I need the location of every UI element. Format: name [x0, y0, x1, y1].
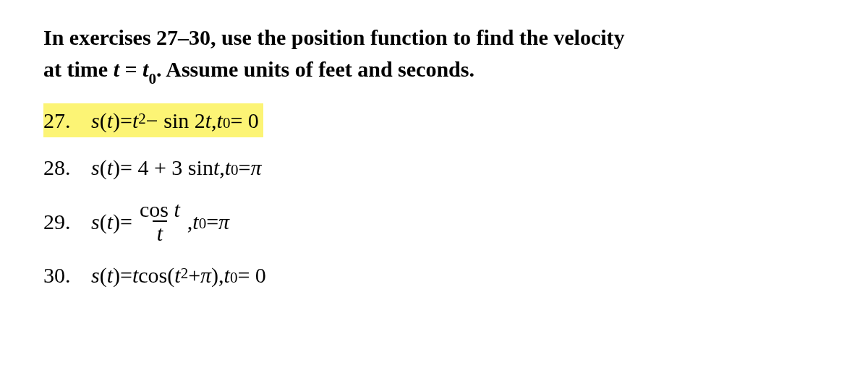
eq: =	[120, 259, 132, 291]
exercise-27-highlight: 27. s(t) = t2 − sin 2t , t0 = 0	[43, 103, 263, 138]
fn-s: s	[91, 152, 100, 184]
cos-var: t	[174, 197, 179, 221]
t0-sub: 0	[199, 212, 207, 234]
exercise-28-math: s(t) = 4 + 3 sin t , t0 = π	[91, 152, 262, 184]
eq2: =	[206, 206, 218, 238]
plus: +	[188, 259, 200, 291]
instructions-line-2: at time t = t0. Assume units of feet and…	[43, 53, 868, 87]
close-comma: ),	[211, 259, 224, 291]
t0-t: t	[217, 105, 223, 137]
var-t2: t	[213, 152, 219, 184]
var-t: t	[107, 152, 113, 184]
paren-open: (	[100, 259, 107, 291]
fn-s: s	[91, 259, 100, 291]
comma: ,	[219, 152, 225, 184]
exercise-27: 27. s(t) = t2 − sin 2t , t0 = 0	[43, 103, 868, 138]
t0-sub: 0	[231, 159, 239, 181]
paren-open: (	[100, 105, 107, 137]
eq-zero: = 0	[230, 105, 258, 137]
paren-close: )	[113, 105, 120, 137]
comma: ,	[211, 105, 217, 137]
exercise-number: 30.	[43, 259, 78, 291]
exercise-list: 27. s(t) = t2 − sin 2t , t0 = 0 28. s(t)…	[43, 103, 868, 291]
var-t2: t	[132, 105, 138, 137]
instr-eq: =	[119, 57, 142, 81]
instr-post: . Assume units of feet and seconds.	[156, 57, 475, 81]
instr-at-time: at time	[43, 57, 114, 81]
fraction-denominator: t	[153, 220, 167, 245]
eq-plus-sin: = 4 + 3 sin	[120, 152, 213, 184]
paren-open: (	[100, 206, 107, 238]
paren-close: )	[113, 152, 120, 184]
cos-text: cos	[140, 197, 174, 221]
paren-open: (	[100, 152, 107, 184]
cos-open: cos(	[138, 259, 174, 291]
paren-close: )	[113, 259, 120, 291]
var-t2: t	[132, 259, 138, 291]
pi: π	[200, 259, 211, 291]
instr-var-t: t	[114, 57, 119, 81]
var-t: t	[107, 206, 113, 238]
eq-zero: = 0	[237, 259, 265, 291]
exercise-number: 27.	[43, 105, 78, 137]
fraction-numerator: cos t	[135, 198, 184, 221]
pi: π	[251, 152, 262, 184]
fn-s: s	[91, 105, 100, 137]
eq: =	[120, 206, 132, 238]
page-content: In exercises 27–30, use the position fun…	[0, 0, 868, 291]
paren-close: )	[113, 206, 120, 238]
pi: π	[218, 206, 229, 238]
instructions-line-1: In exercises 27–30, use the position fun…	[43, 22, 868, 53]
t0-sub: 0	[230, 267, 238, 288]
exercise-29: 29. s(t) = cos t t , t0 = π	[43, 198, 868, 245]
exercise-27-math: s(t) = t2 − sin 2t , t0 = 0	[91, 105, 259, 137]
exp-2: 2	[181, 262, 189, 284]
var-t: t	[107, 259, 113, 291]
exercise-30-math: s(t) = t cos(t2 + π), t0 = 0	[91, 259, 266, 291]
t0-sub: 0	[223, 112, 231, 134]
var-t3: t	[174, 259, 180, 291]
t0-t: t	[224, 259, 230, 291]
exercise-30: 30. s(t) = t cos(t2 + π), t0 = 0	[43, 259, 868, 291]
t0-t: t	[225, 152, 231, 184]
exercise-number: 28.	[43, 152, 78, 184]
fn-s: s	[91, 206, 100, 238]
exercise-number: 29.	[43, 206, 78, 238]
t0-t: t	[192, 206, 198, 238]
instr-t0-sub: 0	[148, 70, 156, 87]
exercise-29-math: s(t) = cos t t , t0 = π	[91, 198, 229, 245]
instructions-block: In exercises 27–30, use the position fun…	[43, 22, 868, 87]
minus-sin2: − sin 2	[146, 105, 205, 137]
var-t: t	[107, 105, 113, 137]
var-t3: t	[205, 105, 211, 137]
fraction: cos t t	[135, 198, 184, 245]
exp-2: 2	[138, 108, 146, 129]
comma: ,	[187, 206, 193, 238]
eq: =	[120, 105, 132, 137]
exercise-28: 28. s(t) = 4 + 3 sin t , t0 = π	[43, 152, 868, 184]
eq2: =	[239, 152, 251, 184]
